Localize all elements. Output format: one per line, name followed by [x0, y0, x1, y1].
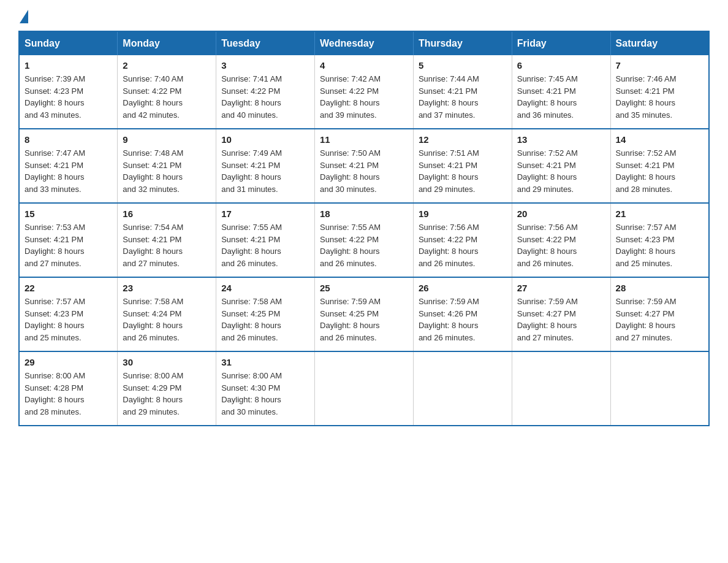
day-number: 8 [25, 134, 112, 145]
day-number: 28 [616, 283, 703, 293]
day-number: 4 [320, 60, 408, 71]
calendar-day-cell: 30 Sunrise: 8:00 AMSunset: 4:29 PMDaylig… [118, 351, 216, 426]
day-info: Sunrise: 7:48 AMSunset: 4:21 PMDaylight:… [123, 148, 183, 194]
calendar-day-cell: 27 Sunrise: 7:59 AMSunset: 4:27 PMDaylig… [512, 277, 610, 351]
calendar-day-cell: 31 Sunrise: 8:00 AMSunset: 4:30 PMDaylig… [216, 351, 315, 426]
day-info: Sunrise: 7:47 AMSunset: 4:21 PMDaylight:… [25, 148, 85, 194]
calendar-day-cell: 26 Sunrise: 7:59 AMSunset: 4:26 PMDaylig… [413, 277, 512, 351]
calendar-day-cell [512, 351, 610, 426]
calendar-day-cell: 5 Sunrise: 7:44 AMSunset: 4:21 PMDayligh… [413, 55, 512, 129]
day-info: Sunrise: 7:52 AMSunset: 4:21 PMDaylight:… [616, 148, 677, 194]
day-number: 31 [221, 357, 309, 367]
day-number: 9 [123, 134, 211, 145]
day-number: 15 [25, 209, 112, 219]
day-number: 24 [221, 283, 309, 293]
weekday-header-row: SundayMondayTuesdayWednesdayThursdayFrid… [19, 31, 709, 55]
page-header [18, 12, 710, 21]
weekday-header-sunday: Sunday [19, 31, 118, 55]
day-info: Sunrise: 7:41 AMSunset: 4:22 PMDaylight:… [221, 74, 282, 120]
calendar-day-cell: 24 Sunrise: 7:58 AMSunset: 4:25 PMDaylig… [216, 277, 315, 351]
calendar-body: 1 Sunrise: 7:39 AMSunset: 4:23 PMDayligh… [19, 55, 709, 426]
day-info: Sunrise: 8:00 AMSunset: 4:29 PMDaylight:… [123, 371, 183, 416]
day-number: 20 [517, 209, 605, 219]
day-info: Sunrise: 7:54 AMSunset: 4:21 PMDaylight:… [123, 223, 183, 268]
day-info: Sunrise: 7:39 AMSunset: 4:23 PMDaylight:… [25, 74, 85, 120]
calendar-day-cell: 9 Sunrise: 7:48 AMSunset: 4:21 PMDayligh… [118, 129, 216, 203]
day-info: Sunrise: 7:42 AMSunset: 4:22 PMDaylight:… [320, 74, 381, 120]
day-number: 30 [123, 357, 211, 367]
calendar-day-cell: 23 Sunrise: 7:58 AMSunset: 4:24 PMDaylig… [118, 277, 216, 351]
day-info: Sunrise: 7:56 AMSunset: 4:22 PMDaylight:… [517, 223, 578, 268]
day-number: 17 [221, 209, 309, 219]
day-info: Sunrise: 7:57 AMSunset: 4:23 PMDaylight:… [25, 297, 85, 342]
weekday-header-friday: Friday [512, 31, 610, 55]
calendar-day-cell: 1 Sunrise: 7:39 AMSunset: 4:23 PMDayligh… [19, 55, 118, 129]
day-number: 16 [123, 209, 211, 219]
day-info: Sunrise: 7:44 AMSunset: 4:21 PMDaylight:… [419, 74, 479, 120]
weekday-header-saturday: Saturday [610, 31, 709, 55]
calendar-table: SundayMondayTuesdayWednesdayThursdayFrid… [18, 31, 710, 426]
day-number: 2 [123, 60, 211, 71]
weekday-header-tuesday: Tuesday [216, 31, 315, 55]
calendar-day-cell: 14 Sunrise: 7:52 AMSunset: 4:21 PMDaylig… [610, 129, 709, 203]
day-info: Sunrise: 7:45 AMSunset: 4:21 PMDaylight:… [517, 74, 578, 120]
day-number: 6 [517, 60, 605, 71]
day-info: Sunrise: 7:58 AMSunset: 4:24 PMDaylight:… [123, 297, 183, 342]
day-number: 18 [320, 209, 408, 219]
calendar-week-row: 1 Sunrise: 7:39 AMSunset: 4:23 PMDayligh… [19, 55, 709, 129]
day-number: 5 [419, 60, 507, 71]
day-info: Sunrise: 7:59 AMSunset: 4:27 PMDaylight:… [616, 297, 677, 342]
calendar-day-cell: 3 Sunrise: 7:41 AMSunset: 4:22 PMDayligh… [216, 55, 315, 129]
calendar-day-cell: 16 Sunrise: 7:54 AMSunset: 4:21 PMDaylig… [118, 203, 216, 277]
calendar-day-cell: 8 Sunrise: 7:47 AMSunset: 4:21 PMDayligh… [19, 129, 118, 203]
calendar-day-cell: 15 Sunrise: 7:53 AMSunset: 4:21 PMDaylig… [19, 203, 118, 277]
day-number: 1 [25, 60, 112, 71]
day-number: 3 [221, 60, 309, 71]
day-number: 27 [517, 283, 605, 293]
day-number: 26 [419, 283, 507, 293]
calendar-day-cell: 6 Sunrise: 7:45 AMSunset: 4:21 PMDayligh… [512, 55, 610, 129]
calendar-day-cell: 12 Sunrise: 7:51 AMSunset: 4:21 PMDaylig… [413, 129, 512, 203]
calendar-day-cell: 18 Sunrise: 7:55 AMSunset: 4:22 PMDaylig… [315, 203, 414, 277]
day-info: Sunrise: 7:59 AMSunset: 4:25 PMDaylight:… [320, 297, 381, 342]
calendar-day-cell: 29 Sunrise: 8:00 AMSunset: 4:28 PMDaylig… [19, 351, 118, 426]
day-number: 29 [25, 357, 112, 367]
calendar-day-cell: 20 Sunrise: 7:56 AMSunset: 4:22 PMDaylig… [512, 203, 610, 277]
day-info: Sunrise: 7:49 AMSunset: 4:21 PMDaylight:… [221, 148, 282, 194]
calendar-day-cell: 7 Sunrise: 7:46 AMSunset: 4:21 PMDayligh… [610, 55, 709, 129]
day-info: Sunrise: 8:00 AMSunset: 4:28 PMDaylight:… [25, 371, 85, 416]
logo-triangle-icon [20, 10, 28, 23]
day-info: Sunrise: 7:59 AMSunset: 4:26 PMDaylight:… [419, 297, 479, 342]
day-info: Sunrise: 7:52 AMSunset: 4:21 PMDaylight:… [517, 148, 578, 194]
day-info: Sunrise: 8:00 AMSunset: 4:30 PMDaylight:… [221, 371, 282, 416]
calendar-day-cell: 25 Sunrise: 7:59 AMSunset: 4:25 PMDaylig… [315, 277, 414, 351]
calendar-week-row: 15 Sunrise: 7:53 AMSunset: 4:21 PMDaylig… [19, 203, 709, 277]
calendar-day-cell: 21 Sunrise: 7:57 AMSunset: 4:23 PMDaylig… [610, 203, 709, 277]
day-info: Sunrise: 7:55 AMSunset: 4:22 PMDaylight:… [320, 223, 381, 268]
day-number: 22 [25, 283, 112, 293]
day-info: Sunrise: 7:57 AMSunset: 4:23 PMDaylight:… [616, 223, 677, 268]
day-number: 10 [221, 134, 309, 145]
day-info: Sunrise: 7:59 AMSunset: 4:27 PMDaylight:… [517, 297, 578, 342]
calendar-day-cell: 11 Sunrise: 7:50 AMSunset: 4:21 PMDaylig… [315, 129, 414, 203]
day-number: 19 [419, 209, 507, 219]
day-info: Sunrise: 7:58 AMSunset: 4:25 PMDaylight:… [221, 297, 282, 342]
day-info: Sunrise: 7:56 AMSunset: 4:22 PMDaylight:… [419, 223, 479, 268]
calendar-day-cell: 4 Sunrise: 7:42 AMSunset: 4:22 PMDayligh… [315, 55, 414, 129]
logo [18, 12, 28, 21]
day-info: Sunrise: 7:50 AMSunset: 4:21 PMDaylight:… [320, 148, 381, 194]
calendar-day-cell: 28 Sunrise: 7:59 AMSunset: 4:27 PMDaylig… [610, 277, 709, 351]
calendar-day-cell: 10 Sunrise: 7:49 AMSunset: 4:21 PMDaylig… [216, 129, 315, 203]
day-number: 13 [517, 134, 605, 145]
calendar-day-cell [610, 351, 709, 426]
day-info: Sunrise: 7:53 AMSunset: 4:21 PMDaylight:… [25, 223, 85, 268]
calendar-day-cell [315, 351, 414, 426]
day-info: Sunrise: 7:40 AMSunset: 4:22 PMDaylight:… [123, 74, 183, 120]
day-info: Sunrise: 7:51 AMSunset: 4:21 PMDaylight:… [419, 148, 479, 194]
calendar-day-cell: 2 Sunrise: 7:40 AMSunset: 4:22 PMDayligh… [118, 55, 216, 129]
weekday-header-wednesday: Wednesday [315, 31, 414, 55]
calendar-week-row: 22 Sunrise: 7:57 AMSunset: 4:23 PMDaylig… [19, 277, 709, 351]
day-info: Sunrise: 7:55 AMSunset: 4:21 PMDaylight:… [221, 223, 282, 268]
day-number: 7 [616, 60, 703, 71]
calendar-day-cell: 17 Sunrise: 7:55 AMSunset: 4:21 PMDaylig… [216, 203, 315, 277]
